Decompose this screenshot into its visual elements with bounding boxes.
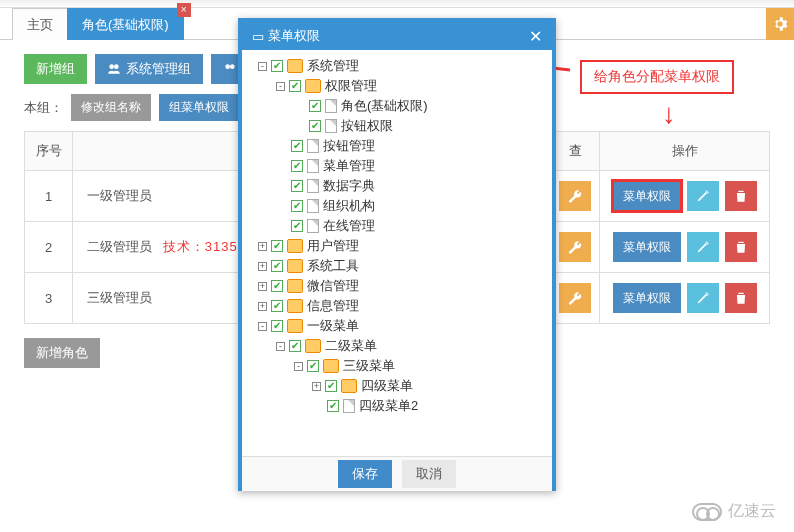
delete-button[interactable] [725, 283, 757, 313]
annotation-arrow-down: ↓ [662, 100, 676, 128]
tree-checkbox[interactable] [325, 380, 337, 392]
tree-node: 按钮管理 [248, 136, 546, 156]
tree-label[interactable]: 按钮管理 [323, 137, 375, 155]
tree-label[interactable]: 用户管理 [307, 237, 359, 255]
file-icon [343, 399, 355, 413]
new-group-button[interactable]: 新增组 [24, 54, 87, 84]
tree-label[interactable]: 组织机构 [323, 197, 375, 215]
edit-button[interactable] [687, 181, 719, 211]
cell-ops: 菜单权限 [600, 171, 770, 222]
menu-perm-button[interactable]: 菜单权限 [613, 232, 681, 262]
tree-node: 菜单管理 [248, 156, 546, 176]
tree-label[interactable]: 系统管理 [307, 57, 359, 75]
tree-node: 数据字典 [248, 176, 546, 196]
wrench-button[interactable] [559, 181, 591, 211]
tree-label[interactable]: 四级菜单2 [359, 397, 418, 415]
folder-icon [287, 239, 303, 253]
tree-checkbox[interactable] [309, 100, 321, 112]
tree-checkbox[interactable] [271, 280, 283, 292]
tree-expander[interactable]: - [276, 342, 285, 351]
tree-node: + 系统工具 [248, 256, 546, 276]
edit-button[interactable] [687, 283, 719, 313]
tree-checkbox[interactable] [271, 300, 283, 312]
tree-label[interactable]: 数据字典 [323, 177, 375, 195]
delete-button[interactable] [725, 181, 757, 211]
tree-expander[interactable]: - [276, 82, 285, 91]
file-icon [307, 219, 319, 233]
tree-label[interactable]: 一级菜单 [307, 317, 359, 335]
users-icon [223, 62, 237, 76]
tree-spacer [312, 402, 323, 411]
tree-checkbox[interactable] [271, 240, 283, 252]
tree-label[interactable]: 角色(基础权限) [341, 97, 428, 115]
close-icon[interactable]: × [177, 3, 191, 17]
save-button[interactable]: 保存 [338, 460, 392, 488]
tree-expander[interactable]: + [312, 382, 321, 391]
menu-perm-button[interactable]: 菜单权限 [613, 181, 681, 211]
tree-label[interactable]: 在线管理 [323, 217, 375, 235]
modal-body[interactable]: - 系统管理 - 权限管理 角色(基础权限) 按钮权限 按钮管理 菜单管理 数据… [242, 50, 552, 456]
tree-node: 按钮权限 [248, 116, 546, 136]
tree-spacer [276, 162, 287, 171]
tree-checkbox[interactable] [271, 320, 283, 332]
tree-expander[interactable]: + [258, 242, 267, 251]
cell-view [551, 222, 600, 273]
tree-checkbox[interactable] [289, 340, 301, 352]
cell-ops: 菜单权限 [600, 222, 770, 273]
cancel-button[interactable]: 取消 [402, 460, 456, 488]
tree-label[interactable]: 按钮权限 [341, 117, 393, 135]
tree-node: 在线管理 [248, 216, 546, 236]
tree-label[interactable]: 信息管理 [307, 297, 359, 315]
group-menu-perm-button[interactable]: 组菜单权限 [159, 94, 239, 121]
delete-button[interactable] [725, 232, 757, 262]
menu-perm-button[interactable]: 菜单权限 [613, 283, 681, 313]
perm-tree: - 系统管理 - 权限管理 角色(基础权限) 按钮权限 按钮管理 菜单管理 数据… [248, 56, 546, 416]
folder-icon [287, 299, 303, 313]
tree-label[interactable]: 二级菜单 [325, 337, 377, 355]
tree-checkbox[interactable] [291, 180, 303, 192]
tree-label[interactable]: 系统工具 [307, 257, 359, 275]
tree-spacer [276, 202, 287, 211]
file-icon [307, 179, 319, 193]
tree-label[interactable]: 三级菜单 [343, 357, 395, 375]
tree-checkbox[interactable] [291, 140, 303, 152]
modal-header[interactable]: ▭ 菜单权限 ✕ [242, 22, 552, 50]
tree-node: + 四级菜单 [248, 376, 546, 396]
tree-expander[interactable]: - [294, 362, 303, 371]
cell-seq: 3 [25, 273, 73, 324]
watermark-text: 亿速云 [728, 501, 776, 522]
tree-label[interactable]: 菜单管理 [323, 157, 375, 175]
tab-home[interactable]: 主页 [12, 8, 68, 40]
settings-gear-button[interactable] [766, 8, 794, 40]
tree-expander[interactable]: + [258, 302, 267, 311]
edit-button[interactable] [687, 232, 719, 262]
watermark: 亿速云 [692, 501, 776, 522]
tree-expander[interactable]: + [258, 262, 267, 271]
tree-checkbox[interactable] [291, 200, 303, 212]
add-role-button[interactable]: 新增角色 [24, 338, 100, 368]
tree-expander[interactable]: - [258, 62, 267, 71]
tree-checkbox[interactable] [271, 60, 283, 72]
tree-expander[interactable]: - [258, 322, 267, 331]
tree-expander[interactable]: + [258, 282, 267, 291]
tree-checkbox[interactable] [327, 400, 339, 412]
tree-checkbox[interactable] [271, 260, 283, 272]
wrench-button[interactable] [559, 232, 591, 262]
tree-node: 四级菜单2 [248, 396, 546, 416]
tree-label[interactable]: 微信管理 [307, 277, 359, 295]
tree-checkbox[interactable] [289, 80, 301, 92]
tree-spacer [276, 142, 287, 151]
system-manage-group-button[interactable]: 系统管理组 [95, 54, 203, 84]
tree-checkbox[interactable] [309, 120, 321, 132]
wrench-button[interactable] [559, 283, 591, 313]
cell-view [551, 171, 600, 222]
tree-label[interactable]: 权限管理 [325, 77, 377, 95]
close-icon[interactable]: ✕ [529, 27, 542, 46]
tree-label[interactable]: 四级菜单 [361, 377, 413, 395]
tab-role-basic-perm[interactable]: 角色(基础权限) × [67, 8, 184, 40]
rename-group-button[interactable]: 修改组名称 [71, 94, 151, 121]
cell-seq: 2 [25, 222, 73, 273]
tree-checkbox[interactable] [307, 360, 319, 372]
tree-checkbox[interactable] [291, 160, 303, 172]
tree-checkbox[interactable] [291, 220, 303, 232]
